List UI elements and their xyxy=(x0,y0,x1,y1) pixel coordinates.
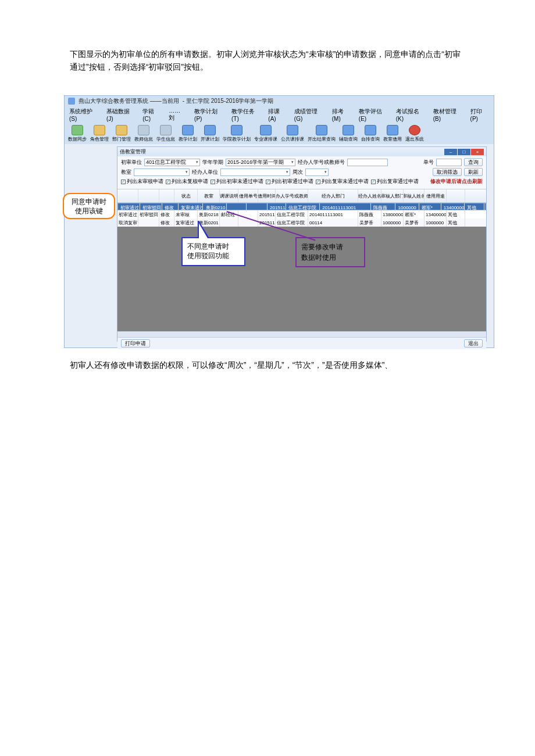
check-label: 列出复审未通过申请 xyxy=(322,178,369,185)
check-unreviewed[interactable]: ✓列出未审核申请 xyxy=(121,178,163,185)
room-label: 教室 xyxy=(121,169,131,176)
table-row[interactable]: 取消复审修改复审通过奥新020120151109001信息工程学院00114吴梦… xyxy=(117,218,486,227)
menu-item[interactable]: …… 刘 xyxy=(169,108,187,122)
check-label: 列出初审未通过申请 xyxy=(216,178,263,185)
tool-self-query[interactable]: 自排查询 xyxy=(361,125,380,142)
col-h: 经办人姓名 xyxy=(358,189,381,202)
tool-pub-sched[interactable]: 公共课排课 xyxy=(281,125,304,142)
doc-icon xyxy=(287,125,298,135)
check-re-fail[interactable]: ✓列出复审未通过申请 xyxy=(316,178,369,185)
menubar[interactable]: 系统维护(S) 基础数据(J) 学籍(C) …… 刘 教学计划(P) 教学任务(… xyxy=(65,106,494,123)
col-h xyxy=(117,189,138,202)
tool-label: 数据同步 xyxy=(68,136,87,142)
callout-approve: 同意申请时 使用该键 xyxy=(63,193,115,219)
room-select[interactable]: ▾ xyxy=(134,169,190,176)
term-select[interactable]: 2015-2016学年第一学期▾ xyxy=(226,159,295,166)
tool-result-query[interactable]: 开出结果查询 xyxy=(308,125,336,142)
table-cell: 未审核 xyxy=(174,210,198,218)
menu-item[interactable]: 打印(P) xyxy=(470,108,489,122)
refresh-button[interactable]: 刷新 xyxy=(464,168,483,176)
person-icon xyxy=(138,125,149,135)
exit-button[interactable]: 退出 xyxy=(464,339,483,347)
menu-item[interactable]: 教学评估(E) xyxy=(359,108,389,122)
term-label: 学年学期 xyxy=(202,159,223,166)
menu-item[interactable]: 学籍(C) xyxy=(142,108,162,122)
col-h: 经办人部门 xyxy=(308,189,358,202)
query-button[interactable]: 查询 xyxy=(464,158,483,166)
print-apply-button[interactable]: 打印申请 xyxy=(121,339,150,347)
doc-icon xyxy=(343,125,354,135)
callout-line: 不同意申请时 xyxy=(187,242,240,251)
tool-label: 学生信息 xyxy=(156,136,175,142)
table-cell: 吴梦香 xyxy=(358,218,381,227)
doc-icon xyxy=(231,125,242,135)
tool-label: 教室借用 xyxy=(383,136,402,142)
jjr-input[interactable] xyxy=(347,159,388,166)
unit-select[interactable]: 401信息工程学院▾ xyxy=(144,159,200,166)
menu-item[interactable]: 考试报名(K) xyxy=(396,108,426,122)
tool-dept[interactable]: 部门管理 xyxy=(112,125,131,142)
menu-item[interactable]: 教材管理(B) xyxy=(433,108,463,122)
minimize-button[interactable]: – xyxy=(444,149,457,155)
tool-label: 专业课排课 xyxy=(254,136,277,142)
toolbar: 数据同步 角色管理 部门管理 教师信息 学生信息 教学计划 开课计划 学院教学计… xyxy=(65,123,494,144)
menu-item[interactable]: 排课(A) xyxy=(268,108,287,122)
tool-role[interactable]: 角色管理 xyxy=(90,125,109,142)
col-h: 借用用途 xyxy=(425,189,447,202)
tool-room-borrow[interactable]: 教室借用 xyxy=(383,125,402,142)
grid-scrollbar[interactable] xyxy=(117,331,486,337)
doc-icon xyxy=(387,125,398,135)
title-right: - 里仁学院 2015-2016学年第一学期 xyxy=(183,97,274,105)
callout-line: 同意申请时 xyxy=(72,197,106,206)
check-re-pass[interactable]: ✓列出复审通过申请 xyxy=(371,178,419,185)
tool-sync[interactable]: 数据同步 xyxy=(68,125,87,142)
check-unrechecked[interactable]: ✓列出未复核申请 xyxy=(166,178,208,185)
callout-line: 需要修改申请 xyxy=(301,242,359,252)
table-cell: 初审通过 xyxy=(117,210,138,218)
menu-item[interactable]: 教学计划(P) xyxy=(194,108,224,122)
cancel-filter-button[interactable]: 取消筛选 xyxy=(433,168,462,176)
child-title-text: 借教室管理 xyxy=(120,148,146,156)
jjr-label: 经办人学号或教师号 xyxy=(298,159,345,166)
doc-icon xyxy=(316,125,327,135)
table-cell: 00114 xyxy=(308,218,358,227)
week-select[interactable]: ▾ xyxy=(305,169,329,176)
tool-label: 角色管理 xyxy=(90,136,109,142)
menu-item[interactable]: 基础数据(J) xyxy=(106,108,135,122)
table-cell: 复审通过 xyxy=(174,218,198,227)
tool-plan[interactable]: 教学计划 xyxy=(179,125,197,142)
term-value: 2015-2016学年第一学期 xyxy=(227,159,284,166)
table-cell: 1000000 xyxy=(425,218,447,227)
table-cell: 其他 xyxy=(447,218,465,227)
tool-exit[interactable]: 退出系统 xyxy=(405,125,424,142)
chevron-down-icon: ▾ xyxy=(196,160,198,164)
chevron-down-icon: ▾ xyxy=(286,170,288,174)
check-label: 列出复审通过申请 xyxy=(377,178,419,185)
menu-item[interactable]: 排考(M) xyxy=(332,108,352,122)
tool-student[interactable]: 学生信息 xyxy=(156,125,175,142)
maximize-button[interactable]: □ xyxy=(458,149,470,155)
table-row[interactable]: 初审通过初审驳回修改未审核奥新0218邮轻轻20151109001信息工程学院2… xyxy=(117,210,486,218)
chevron-down-icon: ▾ xyxy=(291,160,294,164)
tool-label: 辅助查询 xyxy=(339,136,358,142)
table-cell: 赖军* xyxy=(404,210,425,218)
dh-input[interactable] xyxy=(436,159,462,166)
col-h: 教室 xyxy=(198,189,220,202)
close-button[interactable]: × xyxy=(471,149,484,155)
tool-aux-query[interactable]: 辅助查询 xyxy=(339,125,358,142)
intro-paragraph-2: 初审人还有修改申请数据的权限，可以修改“周次”，“星期几”，“节次”，”是否使用… xyxy=(70,359,465,371)
window-buttons: – □ × xyxy=(444,149,484,155)
table-row[interactable]: 初审通过初审驳回修改复审未通过奥新021020151109001信息工程学院20… xyxy=(117,203,486,210)
menu-item[interactable]: 成绩管理(G) xyxy=(294,108,325,122)
menu-item[interactable]: 教学任务(T) xyxy=(231,108,261,122)
check-first-pass[interactable]: ✓列出初审通过申请 xyxy=(266,178,313,185)
tool-teacher[interactable]: 教师信息 xyxy=(134,125,153,142)
tool-major-sched[interactable]: 专业课排课 xyxy=(254,125,277,142)
table-cell: 20151109001 xyxy=(258,210,276,218)
check-first-fail[interactable]: ✓列出初审未通过申请 xyxy=(211,178,263,185)
jbr-select[interactable]: ▾ xyxy=(220,169,290,176)
tool-college-plan[interactable]: 学院教学计划 xyxy=(223,125,251,142)
tool-label: 退出系统 xyxy=(405,136,424,142)
tool-open-plan[interactable]: 开课计划 xyxy=(201,125,219,142)
menu-item[interactable]: 系统维护(S) xyxy=(69,108,99,122)
